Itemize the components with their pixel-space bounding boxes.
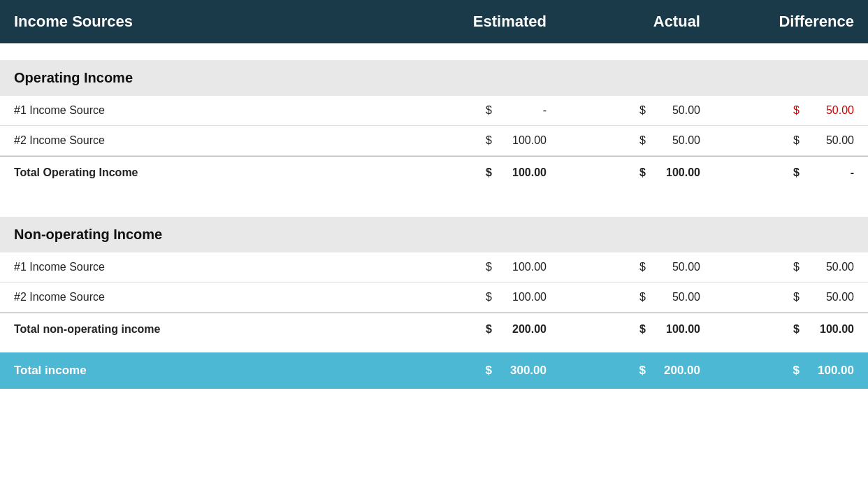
nonoperating-total-row: Total non-operating income $ 200.00 $ 10… (0, 313, 868, 345)
nop-row1-act-value: 50.00 (651, 261, 700, 273)
op-row2-diff-symbol: $ (793, 134, 800, 147)
table-row: #2 Income Source $ 100.00 $ 50.00 $ 50.0… (0, 283, 868, 313)
nop-row1-diff: $ 50.00 (700, 261, 854, 273)
table-row: #1 Income Source $ - $ 50.00 $ 50.00 (0, 96, 868, 126)
op-total-diff-value: - (805, 166, 854, 179)
table-row: #1 Income Source $ 100.00 $ 50.00 $ 50.0… (0, 252, 868, 283)
header-difference: Difference (700, 13, 854, 31)
op-row2-actual: $ 50.00 (547, 134, 700, 147)
nop-row1-name: #1 Income Source (14, 261, 393, 273)
grand-total-est-symbol: $ (486, 364, 492, 378)
op-total-diff: $ - (700, 166, 854, 179)
op-total-est-value: 100.00 (498, 166, 547, 179)
nop-row1-diff-value: 50.00 (805, 261, 854, 273)
grand-total-estimated: $ 300.00 (393, 364, 547, 378)
nop-row1-est-symbol: $ (486, 261, 492, 273)
op-row2-est-value: 100.00 (498, 134, 547, 147)
nop-row2-diff-value: 50.00 (805, 291, 854, 303)
nop-row2-actual: $ 50.00 (547, 291, 700, 303)
grand-total-row: Total income $ 300.00 $ 200.00 $ 100.00 (0, 352, 868, 389)
nop-total-est-value: 200.00 (498, 323, 547, 336)
nop-total-actual: $ 100.00 (547, 323, 700, 336)
op-row1-act-value: 50.00 (651, 104, 700, 117)
header-income-sources: Income Sources (14, 13, 393, 31)
op-row2-estimated: $ 100.00 (393, 134, 547, 147)
grand-total-diff-symbol: $ (793, 364, 800, 378)
op-total-actual: $ 100.00 (547, 166, 700, 179)
op-row2-est-symbol: $ (486, 134, 492, 147)
operating-total-row: Total Operating Income $ 100.00 $ 100.00… (0, 156, 868, 189)
op-row1-actual: $ 50.00 (547, 104, 700, 117)
op-row1-diff-value: 50.00 (805, 104, 854, 117)
table-header: Income Sources Estimated Actual Differen… (0, 0, 868, 43)
grand-total-diff-value: 100.00 (805, 364, 854, 378)
nop-total-diff-symbol: $ (793, 323, 800, 336)
table-row: #2 Income Source $ 100.00 $ 50.00 $ 50.0… (0, 126, 868, 156)
op-row1-est-value: - (498, 104, 547, 117)
op-total-act-value: 100.00 (651, 166, 700, 179)
op-total-est-symbol: $ (486, 166, 492, 179)
op-row2-act-value: 50.00 (651, 134, 700, 147)
grand-total-act-symbol: $ (639, 364, 646, 378)
nop-row2-diff: $ 50.00 (700, 291, 854, 303)
nop-total-est-symbol: $ (486, 323, 492, 336)
grand-total-actual: $ 200.00 (547, 364, 700, 378)
nonoperating-income-label: Non-operating Income (14, 227, 162, 242)
header-actual: Actual (547, 13, 700, 31)
op-row1-est-symbol: $ (486, 104, 492, 117)
nop-row1-actual: $ 50.00 (547, 261, 700, 273)
nop-total-label: Total non-operating income (14, 323, 393, 336)
op-row1-name: #1 Income Source (14, 104, 393, 117)
op-total-act-symbol: $ (639, 166, 646, 179)
op-total-diff-symbol: $ (793, 166, 800, 179)
op-row2-diff: $ 50.00 (700, 134, 854, 147)
op-row2-name: #2 Income Source (14, 134, 393, 147)
op-row1-diff: $ 50.00 (700, 104, 854, 117)
op-row1-act-symbol: $ (639, 104, 646, 117)
op-row2-diff-value: 50.00 (805, 134, 854, 147)
grand-total-diff: $ 100.00 (700, 364, 854, 378)
nop-total-estimated: $ 200.00 (393, 323, 547, 336)
op-total-estimated: $ 100.00 (393, 166, 547, 179)
op-row2-act-symbol: $ (639, 134, 646, 147)
op-row1-estimated: $ - (393, 104, 547, 117)
nop-row2-act-value: 50.00 (651, 291, 700, 303)
nop-total-act-symbol: $ (639, 323, 646, 336)
grand-total-act-value: 200.00 (651, 364, 700, 378)
nop-row1-diff-symbol: $ (793, 261, 800, 273)
nop-row1-est-value: 100.00 (498, 261, 547, 273)
nop-row1-estimated: $ 100.00 (393, 261, 547, 273)
nop-row2-diff-symbol: $ (793, 291, 800, 303)
nop-total-diff-value: 100.00 (805, 323, 854, 336)
nonoperating-income-header: Non-operating Income (0, 217, 868, 252)
op-total-label: Total Operating Income (14, 166, 393, 179)
nop-row2-act-symbol: $ (639, 291, 646, 303)
grand-total-est-value: 300.00 (498, 364, 547, 378)
nop-row2-est-value: 100.00 (498, 291, 547, 303)
nop-row2-est-symbol: $ (486, 291, 492, 303)
nop-row2-estimated: $ 100.00 (393, 291, 547, 303)
operating-income-header: Operating Income (0, 60, 868, 96)
op-row1-diff-symbol: $ (793, 104, 800, 117)
nop-total-act-value: 100.00 (651, 323, 700, 336)
header-estimated: Estimated (393, 13, 547, 31)
nop-total-diff: $ 100.00 (700, 323, 854, 336)
nop-row1-act-symbol: $ (639, 261, 646, 273)
operating-income-label: Operating Income (14, 70, 133, 85)
income-table: Income Sources Estimated Actual Differen… (0, 0, 868, 389)
nop-row2-name: #2 Income Source (14, 291, 393, 303)
grand-total-label: Total income (14, 364, 393, 378)
